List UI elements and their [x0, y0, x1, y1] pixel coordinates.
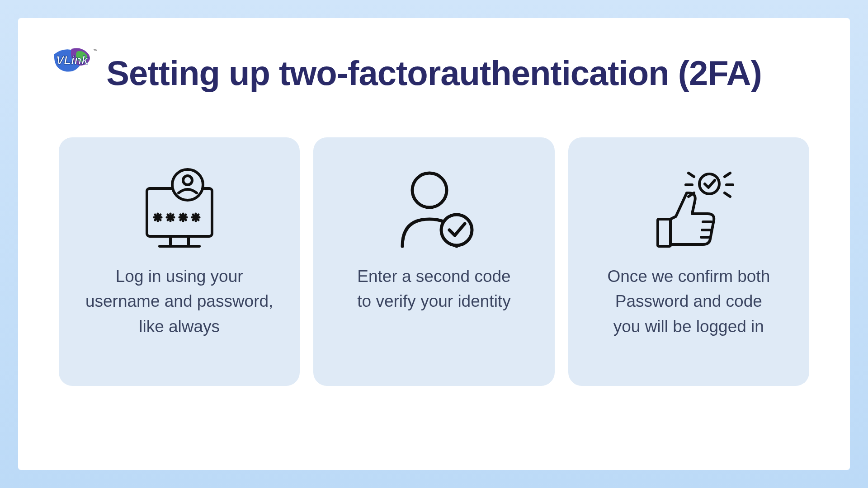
step-text-2: Enter a second code to verify your ident…: [357, 264, 510, 314]
svg-point-25: [699, 174, 719, 194]
step-text-3: Once we confirm both Password and code y…: [607, 264, 770, 339]
step-card-3: Once we confirm both Password and code y…: [568, 137, 809, 386]
svg-point-24: [441, 215, 472, 245]
svg-line-31: [725, 193, 730, 197]
brand-logo: VLink ™: [50, 45, 99, 80]
svg-point-23: [412, 173, 447, 207]
thumbs-up-check-icon: [643, 164, 734, 255]
page: VLink ™ Setting up two-factorauthenticat…: [18, 18, 850, 470]
login-password-icon: [139, 164, 220, 255]
step-card-1: Log in using your username and password,…: [59, 137, 300, 386]
cards-row: Log in using your username and password,…: [59, 137, 809, 386]
step-card-2: Enter a second code to verify your ident…: [313, 137, 554, 386]
svg-line-29: [725, 173, 730, 177]
brand-text: VLink: [56, 53, 89, 67]
svg-rect-32: [658, 219, 670, 246]
user-verify-icon: [389, 164, 479, 255]
page-title: Setting up two-factorauthentication (2FA…: [59, 54, 809, 92]
step-text-1: Log in using your username and password,…: [85, 264, 273, 339]
svg-text:™: ™: [93, 48, 98, 53]
svg-line-26: [689, 173, 694, 177]
